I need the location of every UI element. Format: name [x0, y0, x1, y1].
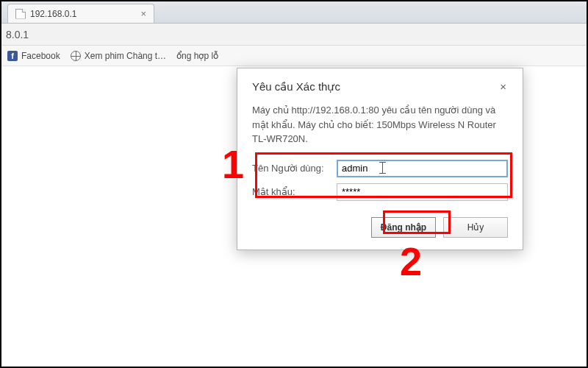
page-icon — [15, 9, 26, 19]
browser-tab[interactable]: 192.168.0.1 × — [7, 4, 154, 23]
bookmarks-bar: f Facebook Xem phim Chàng t… ổng hợp lỗ — [1, 46, 587, 66]
dialog-buttons: Đăng nhập Hủy — [237, 204, 523, 250]
bookmark-item-2[interactable]: Xem phim Chàng t… — [71, 51, 166, 61]
username-row: Tên Người dùng: — [237, 157, 523, 180]
tab-close-icon[interactable]: × — [140, 9, 146, 18]
address-text: 8.0.1 — [6, 29, 29, 40]
password-row: Mật khẩu: — [237, 180, 523, 204]
username-label: Tên Người dùng: — [252, 163, 329, 174]
address-bar[interactable]: 8.0.1 — [1, 24, 587, 46]
password-label: Mật khẩu: — [252, 186, 329, 197]
tab-strip: 192.168.0.1 × — [1, 1, 587, 24]
dialog-title: Yêu cầu Xác thực — [252, 80, 340, 93]
bookmark-label: ổng hợp lỗ — [176, 51, 218, 61]
bookmark-label: Xem phim Chàng t… — [85, 51, 166, 61]
auth-dialog: Yêu cầu Xác thực × Máy chủ http://192.16… — [237, 68, 523, 250]
password-input[interactable] — [337, 183, 508, 201]
bookmark-item-3[interactable]: ổng hợp lỗ — [176, 51, 218, 61]
cancel-button[interactable]: Hủy — [443, 217, 508, 238]
text-caret-icon — [382, 163, 383, 173]
facebook-icon: f — [7, 51, 18, 61]
username-input[interactable] — [337, 160, 508, 177]
globe-icon — [71, 51, 81, 61]
bookmark-label: Facebook — [21, 51, 60, 61]
dialog-message: Máy chủ http://192.168.0.1:80 yêu cầu tê… — [237, 99, 523, 157]
close-icon[interactable]: × — [495, 79, 511, 94]
login-button[interactable]: Đăng nhập — [371, 217, 436, 238]
tab-title: 192.168.0.1 — [30, 9, 76, 19]
bookmark-facebook[interactable]: f Facebook — [7, 51, 60, 61]
